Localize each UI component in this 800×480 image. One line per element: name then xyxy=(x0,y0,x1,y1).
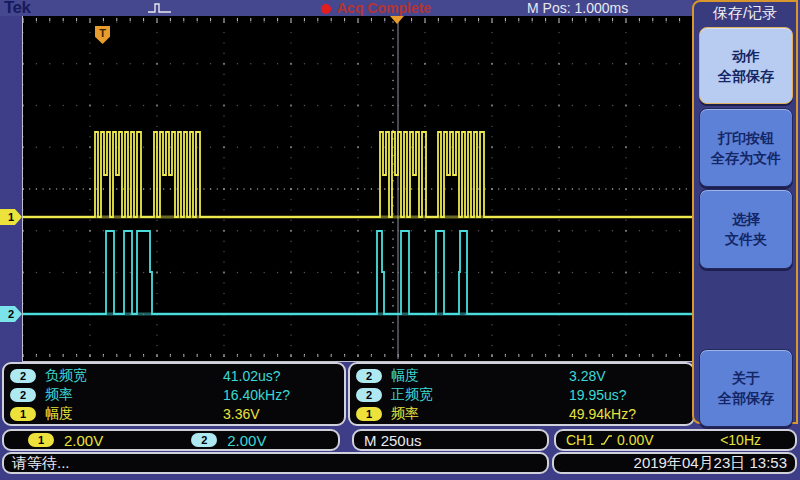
menu-button-label: 全存为文件 xyxy=(700,148,792,168)
menu-button-label: 全部保存 xyxy=(700,66,792,86)
acquisition-mode-icon xyxy=(147,1,173,15)
ch2-scale-readout: 2.00V xyxy=(227,432,266,449)
measurement-value: 19.95us? xyxy=(569,387,627,403)
timebase-readout: M 250us xyxy=(364,432,422,449)
timebase-box: M 250us xyxy=(352,429,549,451)
measurement-box-right: 2 幅度 3.28V 2 正频宽 19.95us? 1 频率 49.94kHz? xyxy=(348,362,695,426)
measurement-row: 1 频率 49.94kHz? xyxy=(356,404,693,423)
acq-status-dot-icon xyxy=(321,4,331,14)
menu-button-select-folder[interactable]: 选择 文件夹 xyxy=(699,189,793,269)
menu-button-about-save-all[interactable]: 关于 全部保存 xyxy=(699,349,793,427)
oscilloscope-screen: Tek Acq Complete M Pos: 1.000ms T 1 2 2 … xyxy=(0,0,800,480)
measurement-row: 2 正频宽 19.95us? xyxy=(356,385,693,404)
channel-badge: 2 xyxy=(10,388,36,402)
channel-scale-box: 1 2.00V 2 2.00V xyxy=(2,429,340,451)
measurement-label: 幅度 xyxy=(45,405,73,423)
menu-button-label: 打印按钮 xyxy=(700,128,792,148)
channel-badge: 2 xyxy=(10,369,36,383)
menu-button-label: 关于 xyxy=(700,368,792,388)
datetime-readout: 2019年04月23日 13:53 xyxy=(634,454,787,473)
channel-badge: 2 xyxy=(356,388,382,402)
horizontal-position-readout: M Pos: 1.000ms xyxy=(527,0,628,16)
trigger-source: CH1 xyxy=(566,432,594,448)
trigger-position-arrow-icon xyxy=(390,16,404,24)
ch1-scale-readout: 2.00V xyxy=(64,432,103,449)
menu-button-label: 动作 xyxy=(700,46,792,66)
measurement-value: 3.36V xyxy=(223,406,260,422)
status-message: 请等待... xyxy=(12,454,70,473)
side-menu: 保存/记录 动作 全部保存 打印按钮 全存为文件 选择 文件夹 关于 全部保存 xyxy=(692,0,798,424)
ch2-ground-marker: 2 xyxy=(0,306,22,322)
rising-edge-icon xyxy=(600,434,613,446)
measurement-value: 16.40kHz? xyxy=(223,387,290,403)
measurement-label: 幅度 xyxy=(391,367,419,385)
measurement-row: 2 幅度 3.28V xyxy=(356,366,693,385)
measurement-value: 49.94kHz? xyxy=(569,406,636,422)
measurement-row: 2 频率 16.40kHz? xyxy=(10,385,344,404)
header-bar: Tek Acq Complete M Pos: 1.000ms xyxy=(0,0,692,16)
measurement-label: 负频宽 xyxy=(45,367,87,385)
acq-status-text: Acq Complete xyxy=(337,0,431,16)
measurement-row: 2 负频宽 41.02us? xyxy=(10,366,344,385)
measurement-value: 3.28V xyxy=(569,368,606,384)
measurement-row: 1 幅度 3.36V xyxy=(10,404,344,423)
ch1-ground-marker: 1 xyxy=(0,209,22,225)
measurement-value: 41.02us? xyxy=(223,368,281,384)
channel-badge: 1 xyxy=(356,407,382,421)
channel-badge: 2 xyxy=(356,369,382,383)
measurement-box-left: 2 负频宽 41.02us? 2 频率 16.40kHz? 1 幅度 3.36V xyxy=(2,362,346,426)
graticule-and-traces xyxy=(23,16,693,361)
trigger-level-readout: 0.00V xyxy=(617,432,654,448)
trigger-box: CH1 0.00V <10Hz xyxy=(554,429,797,451)
ch1-badge: 1 xyxy=(28,433,54,447)
status-message-box: 请等待... xyxy=(2,452,549,474)
measurement-label: 频率 xyxy=(45,386,73,404)
menu-button-label: 选择 xyxy=(700,209,792,229)
waveform-display xyxy=(22,16,693,362)
menu-button-save-all-action[interactable]: 动作 全部保存 xyxy=(699,27,793,104)
datetime-box: 2019年04月23日 13:53 xyxy=(552,452,797,474)
ch2-badge: 2 xyxy=(191,433,217,447)
menu-button-label: 全部保存 xyxy=(700,388,792,408)
measurement-label: 正频宽 xyxy=(391,386,433,404)
trigger-frequency-readout: <10Hz xyxy=(720,432,761,448)
menu-button-label: 文件夹 xyxy=(700,229,792,249)
menu-button-print-saves-file[interactable]: 打印按钮 全存为文件 xyxy=(699,108,793,187)
measurement-label: 频率 xyxy=(391,405,419,423)
menu-title: 保存/记录 xyxy=(694,4,796,23)
channel-badge: 1 xyxy=(10,407,36,421)
